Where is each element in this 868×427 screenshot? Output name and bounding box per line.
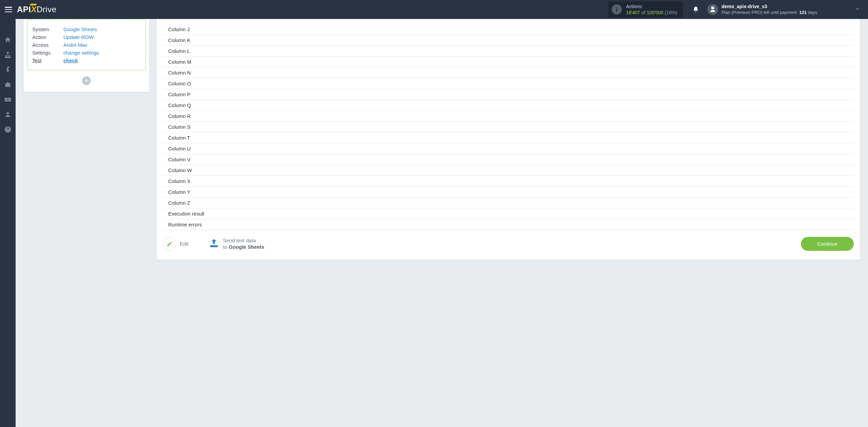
- config-value[interactable]: Update ROW: [63, 34, 94, 40]
- config-value[interactable]: Google Sheets: [63, 26, 97, 32]
- actions-total: 100'000: [647, 10, 663, 15]
- column-row[interactable]: Column P: [163, 89, 854, 100]
- column-row[interactable]: Column M: [163, 57, 854, 67]
- config-label[interactable]: Test: [32, 58, 63, 63]
- nav-profile-icon[interactable]: [2, 108, 14, 121]
- column-row[interactable]: Column T: [163, 133, 854, 143]
- add-step-button[interactable]: +: [82, 76, 91, 85]
- nav-billing-icon[interactable]: [2, 64, 14, 76]
- column-row[interactable]: Column Z: [163, 198, 854, 208]
- config-value[interactable]: change settings: [63, 50, 99, 56]
- actions-of: of: [642, 10, 646, 15]
- config-row: ActionUpdate ROW: [32, 33, 141, 41]
- plan-days: 121: [799, 10, 807, 15]
- panel-footer: Edit Send test data to Google Sheets Con…: [157, 230, 860, 251]
- logo-text-drive: Drive: [37, 5, 57, 14]
- hamburger-menu-button[interactable]: [5, 7, 12, 12]
- config-row: SystemGoogle Sheets: [32, 25, 141, 33]
- edit-label: Edit: [180, 241, 189, 247]
- column-row[interactable]: Column N: [163, 67, 854, 78]
- user-info: demo_apix-drive_s3 Plan |Premium PRO| le…: [722, 3, 817, 15]
- column-row[interactable]: Runtime errors: [163, 219, 854, 230]
- config-value[interactable]: Andrii Mav: [63, 42, 87, 48]
- send-line2-prefix: to: [223, 244, 229, 250]
- send-line1: Send test data: [223, 238, 256, 243]
- plan-prefix: Plan |: [722, 10, 733, 15]
- column-row[interactable]: Column Y: [163, 187, 854, 198]
- column-row[interactable]: Column O: [163, 78, 854, 89]
- upload-icon: [208, 238, 220, 250]
- logo-text-x: X: [31, 5, 37, 14]
- actions-usage-box[interactable]: i Actions: 18'407 of 100'000 (18%): [608, 1, 683, 18]
- info-icon: i: [612, 4, 622, 15]
- config-value[interactable]: check: [63, 58, 78, 63]
- column-row[interactable]: Column V: [163, 154, 854, 165]
- config-panel: SystemGoogle SheetsActionUpdate ROWAcces…: [24, 19, 149, 92]
- actions-label: Actions:: [626, 3, 677, 9]
- user-name: demo_apix-drive_s3: [722, 3, 817, 9]
- left-nav-rail: [0, 19, 16, 427]
- columns-list: Column JColumn KColumn LColumn MColumn N…: [157, 24, 860, 230]
- logo-text-api: API: [17, 5, 31, 14]
- column-row[interactable]: Column K: [163, 35, 854, 46]
- app-logo[interactable]: APIXDrive: [17, 5, 57, 14]
- column-row[interactable]: Column L: [163, 46, 854, 57]
- config-row: Settingschange settings: [32, 49, 141, 57]
- column-row[interactable]: Column J: [163, 24, 854, 35]
- config-label: Settings: [32, 50, 63, 56]
- send-test-data-button[interactable]: Send test data to Google Sheets: [208, 238, 264, 250]
- actions-pct: (18%): [665, 10, 677, 15]
- nav-help-icon[interactable]: [2, 123, 14, 136]
- user-menu-chevron-down-icon[interactable]: [854, 6, 861, 13]
- nav-connections-icon[interactable]: [2, 49, 14, 61]
- config-row: AccessAndrii Mav: [32, 41, 141, 49]
- notifications-bell-icon[interactable]: [690, 4, 701, 15]
- top-bar: APIXDrive i Actions: 18'407 of 100'000 (…: [0, 0, 868, 19]
- column-row[interactable]: Column Q: [163, 100, 854, 111]
- column-row[interactable]: Execution result: [163, 208, 854, 219]
- columns-panel: Column JColumn KColumn LColumn MColumn N…: [157, 19, 860, 260]
- plan-mid: | left until payment: [761, 10, 797, 15]
- plan-suffix: days: [808, 10, 817, 15]
- nav-briefcase-icon[interactable]: [2, 79, 14, 91]
- continue-button[interactable]: Continue: [801, 237, 854, 251]
- config-label: Action: [32, 34, 63, 40]
- nav-home-icon[interactable]: [2, 34, 14, 46]
- edit-button[interactable]: [163, 237, 176, 251]
- send-line2-bold: Google Sheets: [229, 244, 264, 250]
- user-avatar-icon[interactable]: [707, 4, 718, 15]
- column-row[interactable]: Column S: [163, 122, 854, 133]
- config-box: SystemGoogle SheetsActionUpdate ROWAcces…: [27, 19, 146, 70]
- actions-usage-text: Actions: 18'407 of 100'000 (18%): [626, 3, 677, 16]
- column-row[interactable]: Column U: [163, 143, 854, 154]
- nav-youtube-icon[interactable]: [2, 94, 14, 106]
- column-row[interactable]: Column R: [163, 111, 854, 122]
- column-row[interactable]: Column W: [163, 165, 854, 176]
- config-label: Access: [32, 42, 63, 48]
- main-area: SystemGoogle SheetsActionUpdate ROWAcces…: [16, 19, 868, 427]
- plan-name: Premium PRO: [733, 10, 761, 15]
- config-row: Testcheck: [32, 57, 141, 64]
- column-row[interactable]: Column X: [163, 176, 854, 187]
- actions-used: 18'407: [626, 10, 640, 15]
- config-label: System: [32, 26, 63, 32]
